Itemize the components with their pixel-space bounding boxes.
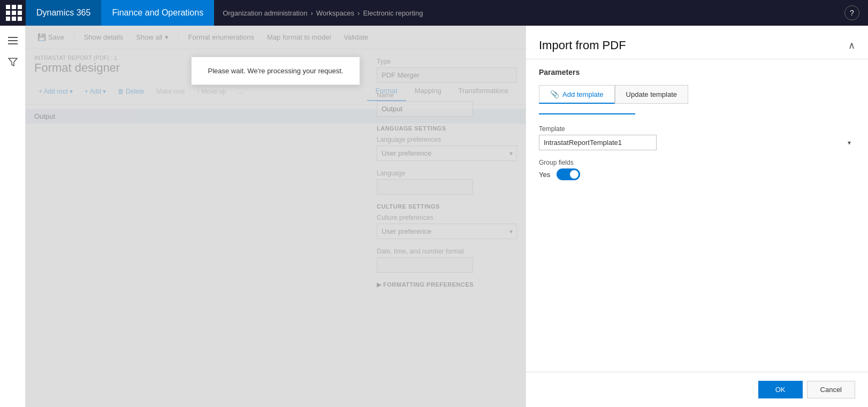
language-pref-select-wrapper: User preference ▾: [377, 145, 517, 161]
right-panel: Import from PDF ∧ Parameters 📎 Add templ…: [526, 26, 868, 407]
toolbar: 💾 Save Show details Show all ▾ Format en…: [26, 26, 526, 49]
collapse-panel-button[interactable]: ∧: [848, 40, 855, 51]
cancel-button[interactable]: Cancel: [807, 381, 855, 398]
expand-icon: ▶: [377, 281, 383, 288]
type-field: Type PDF Merger: [377, 58, 517, 83]
culture-pref-select-wrapper: User preference ▾: [377, 224, 517, 239]
add-root-button[interactable]: + Add root ▾: [34, 86, 77, 97]
tab-add-template[interactable]: 📎 Add template: [539, 85, 615, 104]
tab-update-template[interactable]: Update template: [615, 85, 688, 104]
template-tabs: 📎 Add template Update template: [539, 85, 855, 104]
name-field: Name: [377, 91, 517, 117]
chevron-down-icon: ▾: [103, 88, 106, 95]
template-select[interactable]: IntrastatReportTemplate1: [539, 135, 657, 150]
template-select-wrapper: IntrastatReportTemplate1 ▾: [539, 135, 855, 150]
sidebar-menu-button[interactable]: [2, 30, 24, 51]
formatting-pref-header[interactable]: ▶ FORMATTING PREFERENCES: [377, 281, 517, 288]
language-pref-field: Language preferences User preference ▾: [377, 136, 517, 161]
finance-operations-label[interactable]: Finance and Operations: [101, 0, 214, 26]
chevron-down-icon: ▾: [848, 139, 851, 147]
group-fields-toggle[interactable]: [557, 168, 580, 180]
tab-active-underline: [539, 113, 635, 114]
language-pref-select[interactable]: User preference: [377, 145, 517, 161]
toggle-row: Yes: [539, 168, 855, 180]
sidebar-filter-button[interactable]: [2, 51, 24, 73]
chevron-down-icon: ▾: [70, 88, 73, 95]
toolbar-separator2: [178, 31, 179, 44]
language-settings-header: LANGUAGE SETTINGS: [377, 125, 517, 132]
top-navigation: Dynamics 365 Finance and Operations Orga…: [0, 0, 868, 26]
help-button[interactable]: ?: [844, 5, 859, 20]
toolbar-separator: [74, 31, 74, 44]
paperclip-icon: 📎: [550, 90, 559, 98]
content-area: 💾 Save Show details Show all ▾ Format en…: [26, 26, 526, 407]
group-fields-field: Group fields Yes: [539, 159, 855, 180]
delete-button[interactable]: 🗑 Delete: [113, 86, 149, 97]
format-enumerations-button[interactable]: Format enumerations: [183, 31, 260, 43]
main-layout: 💾 Save Show details Show all ▾ Format en…: [0, 26, 868, 407]
sidebar: [0, 26, 26, 407]
delete-icon: 🗑: [118, 88, 124, 95]
panel-footer: OK Cancel: [526, 372, 868, 407]
date-format-field: Date, time, and number format: [377, 248, 517, 273]
save-button[interactable]: 💾 Save: [32, 31, 70, 43]
culture-settings-header: CULTURE SETTINGS: [377, 203, 517, 210]
waffle-menu-button[interactable]: [4, 3, 24, 22]
culture-pref-select[interactable]: User preference: [377, 224, 517, 239]
breadcrumb: Organization administration › Workspaces…: [214, 9, 431, 17]
toggle-knob: [570, 170, 578, 179]
validate-button[interactable]: Validate: [338, 31, 374, 43]
toast-notification: Please wait. We're processing your reque…: [192, 57, 360, 85]
svg-marker-0: [9, 58, 17, 66]
more-button[interactable]: ...: [233, 86, 247, 97]
move-up-button[interactable]: ↑ Move up: [192, 86, 230, 97]
template-field: Template IntrastatReportTemplate1 ▾: [539, 125, 855, 150]
chevron-down-icon: ▾: [165, 33, 169, 41]
dynamics365-label[interactable]: Dynamics 365: [26, 0, 101, 26]
map-format-button[interactable]: Map format to model: [262, 31, 336, 43]
show-details-button[interactable]: Show details: [79, 31, 129, 43]
form-area: Type PDF Merger Name LANGUAGE SETTINGS L…: [368, 49, 526, 301]
right-panel-header: Import from PDF ∧: [526, 26, 868, 59]
parameters-section-title: Parameters: [539, 68, 855, 76]
ok-button[interactable]: OK: [758, 381, 803, 398]
nav-brand: Dynamics 365 Finance and Operations: [26, 0, 214, 26]
name-input[interactable]: [377, 101, 473, 117]
culture-pref-field: Culture preferences User preference ▾: [377, 214, 517, 239]
language-field: Language: [377, 170, 517, 195]
right-panel-title: Import from PDF: [539, 39, 626, 52]
add-button[interactable]: + Add ▾: [80, 86, 110, 97]
language-input[interactable]: [377, 179, 473, 195]
show-all-button[interactable]: Show all ▾: [131, 31, 173, 43]
date-format-input[interactable]: [377, 257, 473, 273]
panel-body: Parameters 📎 Add template Update templat…: [526, 59, 868, 372]
make-root-button[interactable]: Make root: [152, 86, 189, 97]
save-icon: 💾: [37, 33, 46, 41]
